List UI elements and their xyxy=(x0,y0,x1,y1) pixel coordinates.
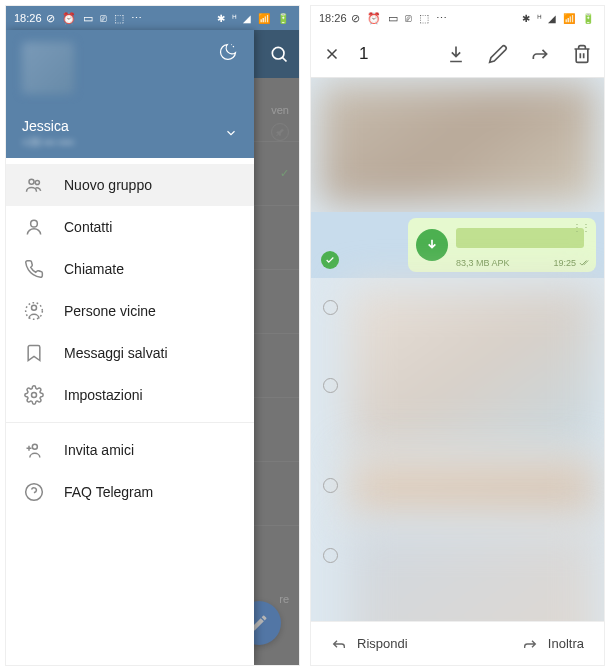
menu-faq[interactable]: FAQ Telegram xyxy=(6,471,254,513)
status-icons-right: ✱ ᴴ ◢ 📶 🔋 xyxy=(522,13,596,24)
forward-arrow-icon[interactable] xyxy=(530,44,550,64)
select-circle[interactable] xyxy=(323,300,338,315)
chat-row[interactable] xyxy=(254,270,299,334)
svg-point-2 xyxy=(35,180,39,184)
trash-icon[interactable] xyxy=(572,44,592,64)
search-icon[interactable] xyxy=(269,44,289,64)
menu-calls[interactable]: Chiamate xyxy=(6,248,254,290)
status-bar: 18:26 ⊘ ⏰ ▭ ⎚ ⬚ ⋯ ✱ ᴴ ◢ 📶 🔋 xyxy=(6,6,299,30)
menu-contacts[interactable]: Contatti xyxy=(6,206,254,248)
group-icon xyxy=(22,173,46,197)
svg-point-7 xyxy=(32,444,37,449)
app-header xyxy=(254,30,299,78)
selected-message-row[interactable]: ⋮⋮ 83,3 MB APK 19:25 xyxy=(311,212,604,278)
status-icons-right: ✱ ᴴ ◢ 📶 🔋 xyxy=(217,13,291,24)
chat-area[interactable]: ⋮⋮ 83,3 MB APK 19:25 xyxy=(311,78,604,621)
svg-point-8 xyxy=(26,484,43,501)
bottom-action-bar: Rispondi Inoltra xyxy=(311,621,604,665)
username: Jessica xyxy=(22,118,74,134)
account-switcher[interactable]: Jessica +39 ••• •••• xyxy=(22,118,238,148)
file-name-bar xyxy=(456,228,584,248)
message-image[interactable] xyxy=(349,528,596,621)
select-circle[interactable] xyxy=(323,478,338,493)
reply-icon xyxy=(331,636,347,652)
select-circle[interactable] xyxy=(323,378,338,393)
file-size: 83,3 MB APK xyxy=(456,258,510,268)
night-mode-icon[interactable] xyxy=(218,42,238,62)
forward-button[interactable]: Inoltra xyxy=(522,636,584,652)
chevron-down-icon xyxy=(224,126,238,140)
gear-icon xyxy=(22,383,46,407)
status-icons-left: ⊘ ⏰ ▭ ⎚ ⬚ ⋯ xyxy=(351,12,449,25)
add-person-icon xyxy=(22,438,46,462)
svg-point-1 xyxy=(29,179,34,184)
avatar[interactable] xyxy=(22,42,74,94)
select-circle[interactable] xyxy=(323,548,338,563)
edit-icon[interactable] xyxy=(488,44,508,64)
chat-list-behind: ven ✓ re xyxy=(254,30,299,665)
status-time: 18:26 xyxy=(14,12,42,24)
chat-row[interactable] xyxy=(254,398,299,462)
close-icon[interactable] xyxy=(323,45,341,63)
message-image[interactable] xyxy=(349,458,596,518)
phone-number: +39 ••• •••• xyxy=(22,136,74,148)
svg-point-3 xyxy=(31,220,38,227)
drawer-header: Jessica +39 ••• •••• xyxy=(6,30,254,158)
selection-toolbar: 1 xyxy=(311,30,604,78)
status-bar: 18:26 ⊘ ⏰ ▭ ⎚ ⬚ ⋯ ✱ ᴴ ◢ 📶 🔋 xyxy=(311,6,604,30)
reply-button[interactable]: Rispondi xyxy=(331,636,408,652)
bookmark-icon xyxy=(22,341,46,365)
message-time: 19:25 xyxy=(553,258,590,268)
chat-row[interactable] xyxy=(254,206,299,270)
selection-count: 1 xyxy=(359,44,368,64)
forward-icon xyxy=(522,636,538,652)
svg-point-0 xyxy=(272,47,284,59)
message-image[interactable] xyxy=(319,84,596,204)
status-icons-left: ⊘ ⏰ ▭ ⎚ ⬚ ⋯ xyxy=(46,12,144,25)
download-icon[interactable] xyxy=(446,44,466,64)
message-image[interactable] xyxy=(349,288,596,448)
more-dots-icon: ⋮⋮ xyxy=(572,222,590,233)
chat-row[interactable] xyxy=(254,334,299,398)
menu-saved[interactable]: Messaggi salvati xyxy=(6,332,254,374)
selected-check-icon xyxy=(321,251,339,269)
menu-settings[interactable]: Impostazioni xyxy=(6,374,254,416)
nearby-icon xyxy=(22,299,46,323)
status-time: 18:26 xyxy=(319,12,347,24)
menu-nearby[interactable]: Persone vicine xyxy=(6,290,254,332)
navigation-drawer: Jessica +39 ••• •••• Nuovo gruppo Contat… xyxy=(6,30,254,665)
menu-invite[interactable]: Invita amici xyxy=(6,429,254,471)
svg-point-6 xyxy=(32,393,37,398)
pinned-icon xyxy=(271,123,289,141)
menu-new-group[interactable]: Nuovo gruppo xyxy=(6,164,254,206)
file-message-bubble[interactable]: ⋮⋮ 83,3 MB APK 19:25 xyxy=(408,218,596,272)
chat-row[interactable] xyxy=(254,462,299,526)
help-icon xyxy=(22,480,46,504)
divider xyxy=(6,422,254,423)
file-download-icon[interactable] xyxy=(416,229,448,261)
person-icon xyxy=(22,215,46,239)
chat-row[interactable]: ✓ xyxy=(254,142,299,206)
svg-point-4 xyxy=(32,305,37,310)
phone-icon xyxy=(22,257,46,281)
